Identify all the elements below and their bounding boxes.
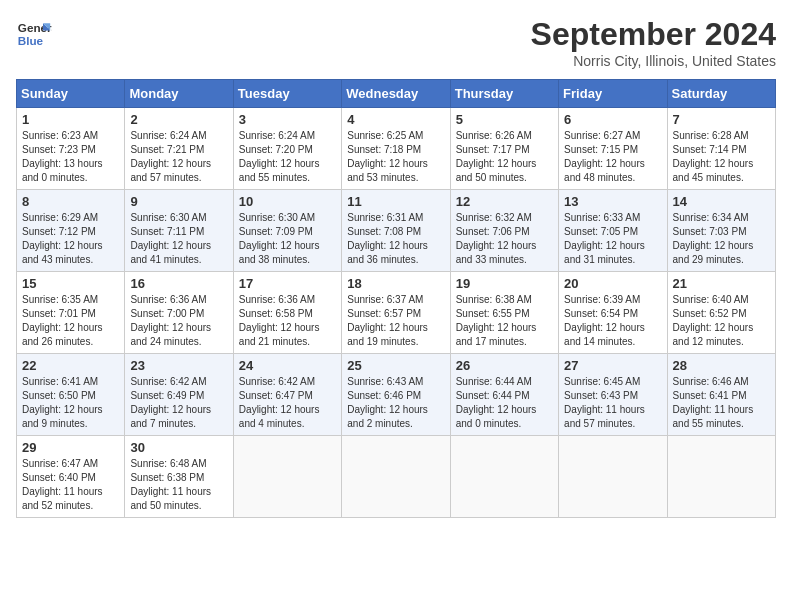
calendar-cell-1: 1Sunrise: 6:23 AM Sunset: 7:23 PM Daylig… bbox=[17, 108, 125, 190]
cell-sun-info: Sunrise: 6:36 AM Sunset: 6:58 PM Dayligh… bbox=[239, 293, 336, 349]
calendar-cell-10: 10Sunrise: 6:30 AM Sunset: 7:09 PM Dayli… bbox=[233, 190, 341, 272]
cell-sun-info: Sunrise: 6:28 AM Sunset: 7:14 PM Dayligh… bbox=[673, 129, 770, 185]
calendar-cell-30: 30Sunrise: 6:48 AM Sunset: 6:38 PM Dayli… bbox=[125, 436, 233, 518]
day-number: 21 bbox=[673, 276, 770, 291]
title-block: September 2024 Norris City, Illinois, Un… bbox=[531, 16, 776, 69]
day-number: 10 bbox=[239, 194, 336, 209]
day-number: 4 bbox=[347, 112, 444, 127]
cell-sun-info: Sunrise: 6:36 AM Sunset: 7:00 PM Dayligh… bbox=[130, 293, 227, 349]
svg-text:Blue: Blue bbox=[18, 34, 44, 47]
cell-sun-info: Sunrise: 6:26 AM Sunset: 7:17 PM Dayligh… bbox=[456, 129, 553, 185]
cell-sun-info: Sunrise: 6:43 AM Sunset: 6:46 PM Dayligh… bbox=[347, 375, 444, 431]
day-number: 8 bbox=[22, 194, 119, 209]
calendar-cell-5: 5Sunrise: 6:26 AM Sunset: 7:17 PM Daylig… bbox=[450, 108, 558, 190]
day-number: 26 bbox=[456, 358, 553, 373]
col-header-saturday: Saturday bbox=[667, 80, 775, 108]
calendar-cell-23: 23Sunrise: 6:42 AM Sunset: 6:49 PM Dayli… bbox=[125, 354, 233, 436]
calendar-week-1: 1Sunrise: 6:23 AM Sunset: 7:23 PM Daylig… bbox=[17, 108, 776, 190]
calendar-cell-21: 21Sunrise: 6:40 AM Sunset: 6:52 PM Dayli… bbox=[667, 272, 775, 354]
day-number: 12 bbox=[456, 194, 553, 209]
cell-sun-info: Sunrise: 6:34 AM Sunset: 7:03 PM Dayligh… bbox=[673, 211, 770, 267]
day-number: 5 bbox=[456, 112, 553, 127]
day-number: 22 bbox=[22, 358, 119, 373]
calendar-cell-22: 22Sunrise: 6:41 AM Sunset: 6:50 PM Dayli… bbox=[17, 354, 125, 436]
col-header-friday: Friday bbox=[559, 80, 667, 108]
cell-sun-info: Sunrise: 6:47 AM Sunset: 6:40 PM Dayligh… bbox=[22, 457, 119, 513]
day-number: 27 bbox=[564, 358, 661, 373]
cell-sun-info: Sunrise: 6:37 AM Sunset: 6:57 PM Dayligh… bbox=[347, 293, 444, 349]
calendar-week-4: 22Sunrise: 6:41 AM Sunset: 6:50 PM Dayli… bbox=[17, 354, 776, 436]
calendar-cell-12: 12Sunrise: 6:32 AM Sunset: 7:06 PM Dayli… bbox=[450, 190, 558, 272]
day-number: 28 bbox=[673, 358, 770, 373]
cell-sun-info: Sunrise: 6:42 AM Sunset: 6:47 PM Dayligh… bbox=[239, 375, 336, 431]
calendar-week-2: 8Sunrise: 6:29 AM Sunset: 7:12 PM Daylig… bbox=[17, 190, 776, 272]
location: Norris City, Illinois, United States bbox=[531, 53, 776, 69]
cell-sun-info: Sunrise: 6:29 AM Sunset: 7:12 PM Dayligh… bbox=[22, 211, 119, 267]
page-header: General Blue September 2024 Norris City,… bbox=[16, 16, 776, 69]
day-number: 2 bbox=[130, 112, 227, 127]
calendar-cell-empty bbox=[450, 436, 558, 518]
cell-sun-info: Sunrise: 6:35 AM Sunset: 7:01 PM Dayligh… bbox=[22, 293, 119, 349]
cell-sun-info: Sunrise: 6:40 AM Sunset: 6:52 PM Dayligh… bbox=[673, 293, 770, 349]
day-number: 7 bbox=[673, 112, 770, 127]
cell-sun-info: Sunrise: 6:48 AM Sunset: 6:38 PM Dayligh… bbox=[130, 457, 227, 513]
calendar-cell-27: 27Sunrise: 6:45 AM Sunset: 6:43 PM Dayli… bbox=[559, 354, 667, 436]
logo-icon: General Blue bbox=[16, 16, 52, 52]
cell-sun-info: Sunrise: 6:24 AM Sunset: 7:20 PM Dayligh… bbox=[239, 129, 336, 185]
calendar-cell-9: 9Sunrise: 6:30 AM Sunset: 7:11 PM Daylig… bbox=[125, 190, 233, 272]
col-header-thursday: Thursday bbox=[450, 80, 558, 108]
calendar-cell-19: 19Sunrise: 6:38 AM Sunset: 6:55 PM Dayli… bbox=[450, 272, 558, 354]
day-number: 25 bbox=[347, 358, 444, 373]
calendar-cell-2: 2Sunrise: 6:24 AM Sunset: 7:21 PM Daylig… bbox=[125, 108, 233, 190]
calendar-cell-15: 15Sunrise: 6:35 AM Sunset: 7:01 PM Dayli… bbox=[17, 272, 125, 354]
cell-sun-info: Sunrise: 6:45 AM Sunset: 6:43 PM Dayligh… bbox=[564, 375, 661, 431]
calendar-cell-20: 20Sunrise: 6:39 AM Sunset: 6:54 PM Dayli… bbox=[559, 272, 667, 354]
col-header-monday: Monday bbox=[125, 80, 233, 108]
day-number: 6 bbox=[564, 112, 661, 127]
calendar-cell-empty bbox=[233, 436, 341, 518]
col-header-tuesday: Tuesday bbox=[233, 80, 341, 108]
cell-sun-info: Sunrise: 6:39 AM Sunset: 6:54 PM Dayligh… bbox=[564, 293, 661, 349]
cell-sun-info: Sunrise: 6:44 AM Sunset: 6:44 PM Dayligh… bbox=[456, 375, 553, 431]
cell-sun-info: Sunrise: 6:25 AM Sunset: 7:18 PM Dayligh… bbox=[347, 129, 444, 185]
calendar-cell-4: 4Sunrise: 6:25 AM Sunset: 7:18 PM Daylig… bbox=[342, 108, 450, 190]
day-number: 1 bbox=[22, 112, 119, 127]
cell-sun-info: Sunrise: 6:46 AM Sunset: 6:41 PM Dayligh… bbox=[673, 375, 770, 431]
calendar-week-3: 15Sunrise: 6:35 AM Sunset: 7:01 PM Dayli… bbox=[17, 272, 776, 354]
cell-sun-info: Sunrise: 6:30 AM Sunset: 7:09 PM Dayligh… bbox=[239, 211, 336, 267]
calendar-cell-25: 25Sunrise: 6:43 AM Sunset: 6:46 PM Dayli… bbox=[342, 354, 450, 436]
day-number: 11 bbox=[347, 194, 444, 209]
calendar-cell-7: 7Sunrise: 6:28 AM Sunset: 7:14 PM Daylig… bbox=[667, 108, 775, 190]
calendar-cell-empty bbox=[342, 436, 450, 518]
day-number: 19 bbox=[456, 276, 553, 291]
calendar-cell-24: 24Sunrise: 6:42 AM Sunset: 6:47 PM Dayli… bbox=[233, 354, 341, 436]
day-number: 16 bbox=[130, 276, 227, 291]
cell-sun-info: Sunrise: 6:27 AM Sunset: 7:15 PM Dayligh… bbox=[564, 129, 661, 185]
day-number: 18 bbox=[347, 276, 444, 291]
col-header-sunday: Sunday bbox=[17, 80, 125, 108]
calendar-cell-17: 17Sunrise: 6:36 AM Sunset: 6:58 PM Dayli… bbox=[233, 272, 341, 354]
calendar-cell-6: 6Sunrise: 6:27 AM Sunset: 7:15 PM Daylig… bbox=[559, 108, 667, 190]
day-number: 15 bbox=[22, 276, 119, 291]
day-number: 3 bbox=[239, 112, 336, 127]
cell-sun-info: Sunrise: 6:38 AM Sunset: 6:55 PM Dayligh… bbox=[456, 293, 553, 349]
calendar-cell-16: 16Sunrise: 6:36 AM Sunset: 7:00 PM Dayli… bbox=[125, 272, 233, 354]
header-row: SundayMondayTuesdayWednesdayThursdayFrid… bbox=[17, 80, 776, 108]
day-number: 13 bbox=[564, 194, 661, 209]
cell-sun-info: Sunrise: 6:24 AM Sunset: 7:21 PM Dayligh… bbox=[130, 129, 227, 185]
cell-sun-info: Sunrise: 6:32 AM Sunset: 7:06 PM Dayligh… bbox=[456, 211, 553, 267]
calendar-cell-28: 28Sunrise: 6:46 AM Sunset: 6:41 PM Dayli… bbox=[667, 354, 775, 436]
day-number: 20 bbox=[564, 276, 661, 291]
cell-sun-info: Sunrise: 6:42 AM Sunset: 6:49 PM Dayligh… bbox=[130, 375, 227, 431]
day-number: 14 bbox=[673, 194, 770, 209]
calendar-cell-empty bbox=[667, 436, 775, 518]
calendar-cell-14: 14Sunrise: 6:34 AM Sunset: 7:03 PM Dayli… bbox=[667, 190, 775, 272]
calendar-cell-18: 18Sunrise: 6:37 AM Sunset: 6:57 PM Dayli… bbox=[342, 272, 450, 354]
day-number: 24 bbox=[239, 358, 336, 373]
day-number: 9 bbox=[130, 194, 227, 209]
calendar-table: SundayMondayTuesdayWednesdayThursdayFrid… bbox=[16, 79, 776, 518]
calendar-cell-13: 13Sunrise: 6:33 AM Sunset: 7:05 PM Dayli… bbox=[559, 190, 667, 272]
calendar-cell-3: 3Sunrise: 6:24 AM Sunset: 7:20 PM Daylig… bbox=[233, 108, 341, 190]
day-number: 17 bbox=[239, 276, 336, 291]
cell-sun-info: Sunrise: 6:23 AM Sunset: 7:23 PM Dayligh… bbox=[22, 129, 119, 185]
